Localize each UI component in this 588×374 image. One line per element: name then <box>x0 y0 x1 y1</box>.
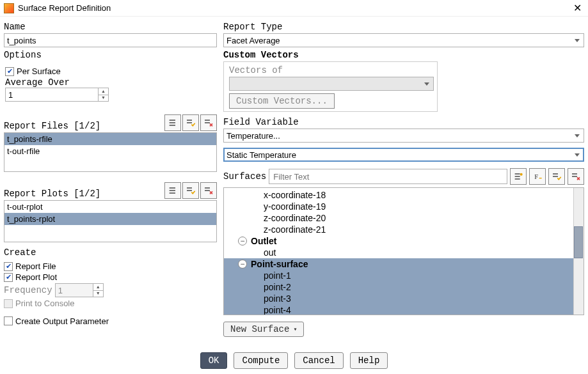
new-surface-label: New Surface <box>230 324 289 334</box>
options-box: Per Surface Average Over ▲▼ <box>4 63 110 104</box>
scrollbar-thumb[interactable] <box>574 226 583 258</box>
report-plots-label: Report Plots [1/2] <box>4 189 100 199</box>
surfaces-toggle-tree-icon[interactable] <box>510 168 527 185</box>
svg-rect-23 <box>572 176 577 176</box>
tree-row[interactable]: −Outlet <box>224 235 584 247</box>
tree-row[interactable]: out <box>224 247 584 258</box>
surfaces-tree[interactable]: x-coordinate-18y-coordinate-19z-coordina… <box>223 187 584 315</box>
svg-rect-20 <box>553 173 558 174</box>
field-variable-value: Static Temperature <box>226 150 296 160</box>
tree-row[interactable]: y-coordinate-19 <box>224 201 584 212</box>
tree-row[interactable]: −Point-surface <box>224 258 584 270</box>
options-label: Options <box>4 50 217 60</box>
list-check-icon[interactable] <box>182 182 199 199</box>
average-over-input[interactable] <box>5 88 99 102</box>
right-column: Report Type Facet Average Custom Vectors… <box>223 19 584 337</box>
frequency-input[interactable] <box>55 283 93 297</box>
list-remove-icon[interactable] <box>200 182 217 199</box>
vectors-of-label: Vectors of <box>229 65 432 75</box>
average-over-label: Average Over <box>5 77 109 88</box>
report-type-select[interactable]: Facet Average <box>223 33 584 47</box>
scrollbar[interactable] <box>573 188 584 315</box>
frequency-spinner[interactable]: ▲▼ <box>55 283 104 297</box>
average-over-spinner[interactable]: ▲▼ <box>5 88 109 102</box>
surfaces-label: Surfaces <box>223 171 266 182</box>
list-remove-icon[interactable] <box>200 114 217 131</box>
collapse-icon[interactable]: − <box>238 260 247 269</box>
name-input[interactable] <box>4 33 217 47</box>
ok-button[interactable]: OK <box>200 352 228 369</box>
svg-rect-16 <box>515 178 520 179</box>
tree-row[interactable]: z-coordinate-21 <box>224 224 584 235</box>
surfaces-filter-input[interactable] <box>269 169 507 184</box>
svg-rect-8 <box>170 190 175 191</box>
left-column: Name Options Per Surface Average Over ▲▼… <box>4 19 217 337</box>
list-item[interactable]: t-out-rplot <box>4 201 216 213</box>
per-surface-checkbox[interactable] <box>5 67 14 76</box>
chevron-down-icon <box>424 82 429 86</box>
list-check-icon[interactable] <box>182 114 199 131</box>
print-to-console-checkbox[interactable] <box>4 299 13 308</box>
spinner-buttons[interactable]: ▲▼ <box>99 88 109 102</box>
tree-row[interactable]: point-2 <box>224 281 584 293</box>
field-variable-category-select[interactable]: Temperature... <box>223 129 584 143</box>
per-surface-label: Per Surface <box>17 66 61 76</box>
compute-button[interactable]: Compute <box>234 352 288 369</box>
chevron-down-icon <box>575 153 580 157</box>
custom-vectors-button[interactable]: Custom Vectors... <box>229 93 335 109</box>
tree-row[interactable]: point-3 <box>224 293 584 304</box>
chevron-down-icon <box>575 39 580 42</box>
report-plots-list[interactable]: t-out-rplott_points-rplot <box>4 200 217 242</box>
list-select-all-icon[interactable] <box>164 182 181 199</box>
svg-rect-0 <box>170 120 175 120</box>
report-files-list[interactable]: t_points-rfilet-out-rfile <box>4 132 217 172</box>
svg-rect-7 <box>170 187 175 188</box>
surfaces-header: Surfaces F <box>223 168 584 185</box>
create-output-param-label: Create Output Parameter <box>15 316 109 326</box>
custom-vectors-group: Vectors of Custom Vectors... <box>223 61 438 112</box>
field-variable-select[interactable]: Static Temperature <box>223 148 584 162</box>
report-file-label: Report File <box>15 261 56 271</box>
list-item[interactable]: t_points-rplot <box>4 213 216 225</box>
help-button[interactable]: Help <box>350 352 388 369</box>
svg-rect-21 <box>553 176 558 176</box>
surfaces-remove-icon[interactable] <box>568 168 584 185</box>
vectors-of-select[interactable] <box>229 77 434 91</box>
field-variable-category-value: Temperature... <box>226 131 280 141</box>
svg-rect-2 <box>170 125 175 125</box>
new-surface-button[interactable]: New Surface ▾ <box>223 322 304 337</box>
svg-rect-1 <box>170 122 175 123</box>
create-label: Create <box>4 247 217 258</box>
tree-row[interactable]: x-coordinate-18 <box>224 189 584 201</box>
svg-rect-6 <box>205 122 210 123</box>
svg-rect-10 <box>187 187 192 188</box>
surfaces-filter-icon[interactable]: F <box>529 168 546 185</box>
create-output-param-checkbox[interactable] <box>4 316 13 325</box>
report-type-value: Facet Average <box>226 36 280 45</box>
name-label: Name <box>4 22 217 32</box>
list-select-all-icon[interactable] <box>164 114 181 131</box>
collapse-icon[interactable]: − <box>238 237 247 245</box>
report-file-checkbox[interactable] <box>4 262 13 271</box>
svg-rect-12 <box>205 187 210 188</box>
field-variable-label: Field Variable <box>223 117 584 127</box>
svg-rect-4 <box>187 122 192 123</box>
svg-rect-3 <box>187 120 192 120</box>
report-files-label: Report Files [1/2] <box>4 121 100 131</box>
app-icon <box>4 3 14 13</box>
report-plot-checkbox[interactable] <box>4 273 13 282</box>
cancel-button[interactable]: Cancel <box>294 352 343 369</box>
content: Name Options Per Surface Average Over ▲▼… <box>0 17 588 339</box>
surfaces-check-icon[interactable] <box>548 168 565 185</box>
svg-text:F: F <box>534 173 538 180</box>
close-icon[interactable]: ✕ <box>571 2 584 14</box>
spinner-buttons[interactable]: ▲▼ <box>93 283 104 297</box>
print-to-console-label: Print to Console <box>15 299 75 308</box>
svg-rect-19 <box>539 178 542 178</box>
tree-row[interactable]: point-4 <box>224 304 584 315</box>
list-item[interactable]: t_points-rfile <box>4 133 216 145</box>
svg-point-17 <box>520 173 523 176</box>
tree-row[interactable]: z-coordinate-20 <box>224 212 584 224</box>
list-item[interactable]: t-out-rfile <box>4 145 216 157</box>
tree-row[interactable]: point-1 <box>224 270 584 281</box>
